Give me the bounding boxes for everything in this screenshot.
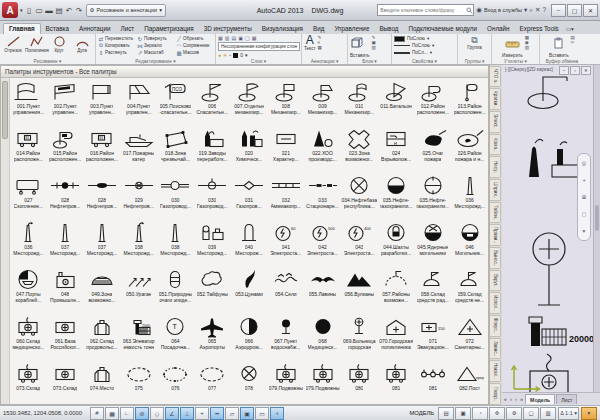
panel-caption[interactable]: Свойства ▾ bbox=[392, 59, 457, 64]
tab-model[interactable]: Модель bbox=[525, 394, 555, 404]
palette-item[interactable]: 019.Заводыпереработк... bbox=[194, 127, 231, 174]
line-tool[interactable]: Отрезок bbox=[2, 35, 24, 53]
palette-item[interactable]: 043Электроста... bbox=[341, 221, 378, 268]
palette-item[interactable]: 011.Батальон bbox=[378, 80, 415, 127]
palette-scrollbar[interactable] bbox=[1, 78, 10, 404]
doc-close-icon[interactable]: ✕ bbox=[581, 66, 591, 75]
layout-nav-arrows[interactable]: « ‹ › » bbox=[504, 396, 524, 402]
palette-item[interactable]: 082.Пост bbox=[451, 362, 488, 404]
infocenter-search[interactable] bbox=[377, 4, 474, 16]
tab-layout[interactable]: Лист bbox=[556, 394, 577, 404]
pan-icon[interactable]: + bbox=[582, 177, 585, 183]
palette-item[interactable]: 058.Складсредств рад... bbox=[414, 268, 451, 315]
palette-item[interactable]: 040Месторож... bbox=[231, 221, 268, 268]
plot-icon[interactable]: ▤ bbox=[55, 6, 64, 15]
palette-item[interactable]: 051.Природныочаги эпиде... bbox=[157, 268, 194, 315]
tab-Визуализация[interactable]: Визуализация bbox=[257, 24, 308, 34]
otrack-toggle[interactable]: ⊥ bbox=[180, 407, 194, 420]
tab-Подключаемые модули[interactable]: Подключаемые модули bbox=[403, 24, 482, 34]
palette-item[interactable]: 017.Пожарныкатер bbox=[120, 127, 157, 174]
palette-item[interactable]: 068Медицинск... bbox=[304, 315, 341, 362]
palette-tab-Накал..[interactable]: Накал.. bbox=[490, 360, 501, 382]
palette-item[interactable]: 008Механизир... bbox=[267, 80, 304, 127]
palette-item[interactable]: 055.Лавины bbox=[304, 268, 341, 315]
palette-tab-ЧТО э..[interactable]: ЧТО э.. bbox=[490, 66, 501, 88]
palette-item[interactable]: 048Промышле... bbox=[47, 268, 84, 315]
infer-toggle[interactable]: # bbox=[90, 407, 104, 420]
qp-toggle[interactable]: ▭ bbox=[255, 407, 269, 420]
restore-icon[interactable]: ▢ bbox=[567, 4, 582, 17]
palette-tab-Несу..[interactable]: Несу.. bbox=[490, 156, 501, 178]
tab-Вставка[interactable]: Вставка bbox=[41, 24, 74, 34]
palette-item[interactable]: 053.Цунами bbox=[231, 268, 268, 315]
palette-item[interactable]: 071Эвакуацион... bbox=[414, 315, 451, 362]
tray-settings-icon[interactable]: ▾ bbox=[581, 407, 597, 420]
lineweight-dropdown[interactable]: ПоСл...▾ bbox=[394, 49, 455, 56]
tpy-toggle[interactable]: ▣ bbox=[240, 407, 254, 420]
tab-Вывод[interactable]: Вывод bbox=[374, 24, 403, 34]
tab-Главная[interactable]: Главная bbox=[3, 23, 41, 34]
palette-tab-Элект..[interactable]: Элект.. bbox=[490, 111, 501, 133]
palette-tab-Вкруг..[interactable]: Вкруг.. bbox=[490, 270, 501, 292]
new-icon[interactable]: ▯ bbox=[25, 6, 34, 15]
panel-caption[interactable]: Рисование ▾ bbox=[0, 59, 95, 64]
minimize-icon[interactable]: – bbox=[551, 4, 566, 17]
chevron-down-icon[interactable]: ▾ bbox=[524, 6, 527, 14]
palette-item[interactable]: 010Механизир... bbox=[341, 80, 378, 127]
workspace-gear-icon[interactable]: ⚙ bbox=[506, 407, 522, 420]
palette-item[interactable]: 002.Пунктуправлен... bbox=[47, 80, 84, 127]
palette-item[interactable]: 030Газопровод... bbox=[194, 174, 231, 221]
layer-row[interactable]: ●☀▪0▾ bbox=[218, 52, 299, 58]
palette-item[interactable]: 012.Районрасположен... bbox=[414, 80, 451, 127]
quickview-icon[interactable]: ◔ bbox=[472, 407, 488, 420]
palette-item[interactable]: 027Скопление... bbox=[10, 174, 47, 221]
palette-item[interactable]: 078 bbox=[231, 362, 268, 404]
palette-tab-Прави..[interactable]: Прави.. bbox=[490, 224, 501, 246]
clipboard-mini-icons[interactable]: ▤✂ bbox=[571, 35, 575, 58]
panel-caption[interactable]: Группы ▾ bbox=[458, 59, 491, 64]
palette-item[interactable]: 034.Нефтебазареспублика... bbox=[341, 174, 378, 221]
palette-item[interactable]: 038Месторожд... bbox=[120, 221, 157, 268]
palette-tab-Вынос..[interactable]: Вынос.. bbox=[490, 247, 501, 269]
help-icon[interactable]: ? bbox=[542, 6, 546, 14]
tab-Управление[interactable]: Управление bbox=[329, 24, 374, 34]
text-tool[interactable]: А Текст bbox=[304, 35, 316, 51]
logo-dropdown-icon[interactable]: ▾ bbox=[20, 7, 23, 13]
palette-item[interactable]: 024Взрывопож... bbox=[378, 127, 415, 174]
palette-item[interactable]: 057.Районывозможн... bbox=[378, 268, 415, 315]
palette-item[interactable]: 036Месторожд... bbox=[10, 221, 47, 268]
palette-item[interactable]: 035.Нефте-газохранили... bbox=[414, 174, 451, 221]
tab-Express Tools[interactable]: Express Tools bbox=[515, 24, 564, 34]
palette-item[interactable]: 016.Районрасположен... bbox=[84, 127, 121, 174]
group-tool[interactable]: ⧉ Группа bbox=[460, 35, 489, 50]
panel-caption[interactable]: Слои ▾ bbox=[216, 59, 301, 64]
doc-minimize-icon[interactable]: – bbox=[559, 66, 569, 75]
workspace-dropdown[interactable]: ⚙ Рисование и аннотации ▾ bbox=[86, 4, 166, 17]
snap-toggle[interactable]: ▦ bbox=[105, 407, 119, 420]
palette-item[interactable]: 064Посадочна... bbox=[157, 315, 194, 362]
modify-tool-Переместить[interactable]: ⇄Переместить bbox=[98, 35, 136, 42]
palette-item[interactable]: 063.Элеваторемкость тонн bbox=[120, 315, 157, 362]
palette-item[interactable]: 075 bbox=[120, 362, 157, 404]
palette-item[interactable]: 022.ХООпроизводс... bbox=[304, 127, 341, 174]
linetype-dropdown[interactable]: ПоСлою▾ bbox=[394, 42, 455, 49]
tab-3D инструменты[interactable]: 3D инструменты bbox=[199, 24, 257, 34]
tab-Лист[interactable]: Лист bbox=[116, 24, 140, 34]
palette-tab-Табли..[interactable]: Табли.. bbox=[490, 202, 501, 224]
palette-tab-Кома..[interactable]: Кома.. bbox=[490, 134, 501, 156]
modify-tool-Обрезать[interactable]: ╱Обрезать bbox=[176, 35, 214, 42]
annotation-mini-icons[interactable]: ✎≡▦ bbox=[318, 35, 322, 51]
modify-tool-Копировать[interactable]: ⧉Копировать bbox=[98, 42, 136, 49]
palette-item[interactable]: 070.Городскаяполиклиника bbox=[378, 315, 415, 362]
color-dropdown[interactable]: ПоСлою▾ bbox=[394, 35, 455, 42]
polyline-tool[interactable]: Полилиния bbox=[25, 35, 47, 53]
circle-tool[interactable]: Круг bbox=[48, 35, 70, 53]
palette-item[interactable]: 001.Пунктуправления... bbox=[10, 80, 47, 127]
palette-item[interactable]: 061.БазаРоссийског... bbox=[47, 315, 84, 362]
palette-item[interactable]: 015.Районрасположен... bbox=[47, 127, 84, 174]
insert-block-tool[interactable]: Вставить bbox=[350, 35, 369, 58]
palette-item[interactable]: 007.Отдельнмеханизир... bbox=[231, 80, 268, 127]
palette-item[interactable]: 050.Ураган bbox=[120, 268, 157, 315]
palette-item[interactable]: 006Спасательн... bbox=[194, 80, 231, 127]
lock-ui-icon[interactable]: ▢ bbox=[523, 407, 539, 420]
